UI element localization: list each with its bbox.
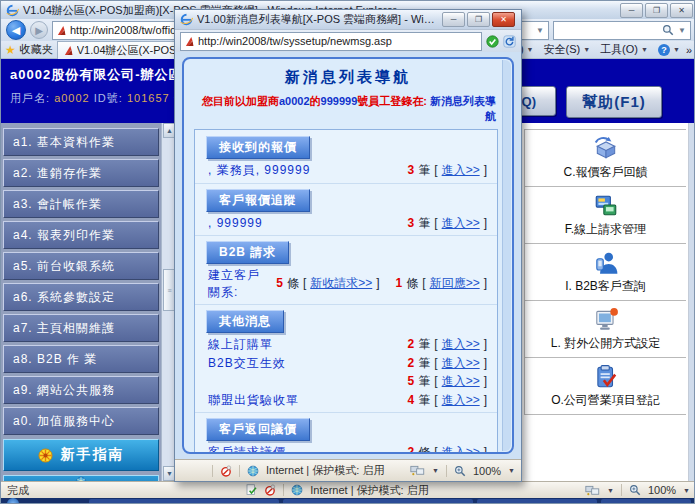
more-toolbar-chevron[interactable]: » [686, 44, 692, 56]
section-header-button[interactable]: 其他消息 [206, 310, 284, 333]
sidebar-item[interactable]: a6. 系統參數設定 [3, 283, 159, 311]
row-label: B2B交互生效 [208, 355, 392, 372]
zoom-dropdown-icon[interactable]: ▼ [683, 487, 690, 494]
enter-link[interactable]: 進入>> [442, 392, 480, 409]
bracket-open: [ [434, 444, 437, 454]
count-unit: 筆 [418, 392, 430, 409]
enter-link[interactable]: 進入>> [442, 373, 480, 390]
message-row: 線上訂購單2筆[進入>>] [203, 335, 489, 354]
taskbar-button[interactable] [601, 499, 691, 504]
row-count-segment: 2筆[進入>>] [408, 336, 487, 353]
bracket-open: [ [434, 336, 437, 353]
row-count-segment: 4筆[進入>>] [408, 392, 487, 409]
zoom-icon[interactable] [629, 484, 641, 496]
address-dropdown-icon[interactable]: ▼ [536, 26, 544, 35]
enter-link[interactable]: 進入>> [442, 444, 480, 454]
network-dropdown-icon[interactable]: ▼ [607, 487, 614, 494]
shortcut-label: L. 對外公開方式設定 [551, 335, 660, 352]
count-unit: 條 [418, 444, 430, 454]
bracket-close: ] [484, 275, 487, 292]
sidebar-item[interactable]: a3. 會計帳作業 [3, 190, 159, 218]
message-section: 接收到的報價, 業務員, 9999993筆[進入>>] [195, 131, 497, 184]
taskbar-button[interactable] [477, 499, 597, 504]
globe-icon [291, 484, 303, 496]
bracket-open: [ [434, 373, 437, 390]
shortcut-item[interactable]: L. 對外公開方式設定 [525, 301, 686, 358]
shortcut-label: F.線上請求管理 [565, 221, 646, 238]
shortcut-item[interactable]: F.線上請求管理 [525, 187, 686, 244]
enter-link[interactable]: 進入>> [442, 336, 480, 353]
taskbar-button[interactable] [89, 499, 279, 504]
enter-link[interactable]: 新收請求>> [310, 275, 372, 292]
popup-address-bar: http://win2008/tw/syssetup/newmsg.asp [175, 30, 521, 52]
chevron-down-icon: ▼ [527, 46, 534, 53]
command-bar-item[interactable]: 安全(S)▼ [540, 41, 595, 58]
chevron-down-icon: ▼ [583, 46, 590, 53]
prohibit-icon [220, 465, 232, 477]
beginner-guide-button[interactable]: 新手指南 [3, 439, 159, 471]
search-input[interactable]: ▼ [553, 21, 691, 40]
close-icon[interactable]: ✕ [670, 3, 693, 18]
help-button[interactable]: 幫助(F1) [566, 86, 662, 118]
search-dropdown-icon[interactable]: ▼ [678, 26, 686, 35]
zoom-dropdown-icon[interactable]: ▼ [508, 467, 515, 474]
dialog-title: 新消息列表導航 [184, 68, 512, 87]
dialog-scrollbar[interactable] [502, 60, 511, 451]
count-value: 5 [408, 373, 415, 390]
sidebar-item[interactable]: a4. 報表列印作業 [3, 221, 159, 249]
sidebar-item[interactable]: a7. 主頁相關維護 [3, 314, 159, 342]
shortcut-item[interactable]: O.公司營業項目登記 [525, 358, 686, 415]
minimize-icon[interactable]: ─ [620, 3, 643, 18]
popup-window: V1.00新消息列表導航[X-POS 雲端商務網] - Windows Inte… [174, 9, 522, 482]
maximize-icon[interactable]: ❐ [645, 3, 668, 18]
minimize-icon[interactable]: ─ [442, 12, 465, 27]
bracket-open: [ [434, 162, 437, 179]
sidebar-menu: a1. 基本資料作業a2. 進銷存作業a3. 會計帳作業a4. 報表列印作業a5… [1, 128, 161, 435]
zoom-level-text[interactable]: 100% [473, 465, 501, 477]
shortcut-label: C.報價客戶回饋 [564, 164, 648, 181]
sidebar-item[interactable]: a1. 基本資料作業 [3, 128, 159, 156]
zoom-icon[interactable] [454, 465, 466, 477]
shortcut-item[interactable]: C.報價客戶回饋 [525, 130, 686, 187]
row-count-segment: 5筆[進入>>] [408, 373, 487, 390]
count-value: 3 [408, 162, 415, 179]
taskbar-button[interactable] [283, 499, 473, 504]
favorites-label[interactable]: 收藏夹 [20, 42, 53, 57]
restore-icon[interactable]: ❐ [467, 12, 490, 27]
sidebar-item[interactable]: a2. 進銷存作業 [3, 159, 159, 187]
section-header-button[interactable]: B2B 請求 [206, 241, 289, 264]
command-bar-item[interactable]: 工具(O)▼ [596, 41, 652, 58]
sidebar-item[interactable]: a9. 網站公共服務 [3, 376, 159, 404]
subtitle-part: 的 [310, 95, 321, 107]
favorites-star-icon[interactable]: ★ [5, 43, 16, 57]
section-header-button[interactable]: 接收到的報價 [206, 136, 310, 159]
refresh-icon[interactable] [503, 35, 516, 48]
ie-icon [6, 4, 19, 17]
start-orb-icon[interactable] [7, 498, 19, 504]
sidebar-item[interactable]: a0. 加值服務中心 [3, 407, 159, 435]
network-dropdown-icon[interactable]: ▼ [432, 467, 439, 474]
section-header-button[interactable]: 客戶報價追蹤 [206, 189, 310, 212]
popup-address-field[interactable]: http://win2008/tw/syssetup/newmsg.asp [180, 32, 482, 51]
close-icon[interactable]: ✕ [492, 12, 515, 27]
enter-link[interactable]: 進入>> [442, 355, 480, 372]
enter-link[interactable]: 進入>> [442, 215, 480, 232]
back-button[interactable]: ◀ [6, 20, 26, 40]
shortcut-item[interactable]: I. B2B客戶查詢 [525, 244, 686, 301]
page-favicon-icon [64, 45, 73, 56]
enter-link[interactable]: 新回應>> [430, 275, 480, 292]
zoom-level-text[interactable]: 100% [648, 484, 676, 496]
enter-link[interactable]: 進入>> [442, 162, 480, 179]
bracket-close: ] [484, 336, 487, 353]
section-header-button[interactable]: 客戶返回議價 [206, 418, 310, 441]
main-address-text: http://win2008/tw/office/ [70, 24, 185, 36]
sidebar-item[interactable]: a8. B2B 作 業 [3, 345, 159, 373]
row-label: 客戶請求議價, [208, 444, 392, 454]
message-row: , 業務員, 9999993筆[進入>>] [203, 161, 489, 180]
forward-button[interactable]: ▶ [30, 21, 48, 39]
search-icon[interactable] [662, 24, 674, 36]
sidebar-item[interactable]: a5. 前台收銀系統 [3, 252, 159, 280]
row-label: 建立客戶關系: [208, 267, 260, 300]
subtitle-part: 號員工登錄在: [357, 95, 430, 107]
help-menu-button[interactable]: ?▼ [654, 43, 684, 57]
